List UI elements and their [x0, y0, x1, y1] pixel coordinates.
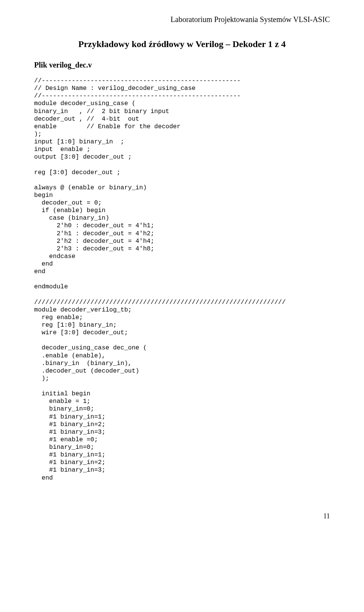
- page-title: Przykładowy kod źródłowy w Verilog – Dek…: [34, 39, 330, 49]
- section-heading: Plik verilog_dec.v: [34, 61, 330, 69]
- page-number: 11: [34, 512, 330, 520]
- page-container: Laboratorium Projektowania Systemów VLSI…: [0, 0, 364, 535]
- page-header: Laboratorium Projektowania Systemów VLSI…: [34, 15, 330, 24]
- code-block: //--------------------------------------…: [34, 77, 330, 482]
